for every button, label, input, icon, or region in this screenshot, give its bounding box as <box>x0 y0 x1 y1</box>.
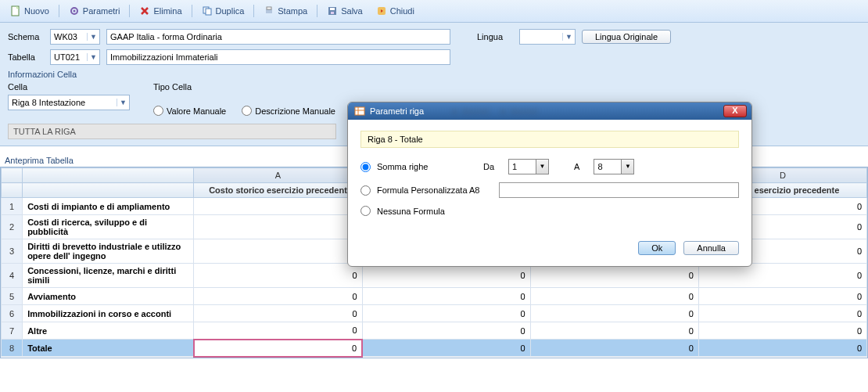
cell[interactable]: 0 <box>362 264 530 288</box>
a-combo[interactable]: ▼ <box>594 159 634 174</box>
row-label[interactable]: Diritti di brevetto industriale e utiliz… <box>23 239 194 264</box>
table-icon <box>354 106 365 117</box>
col-header: Costo storico esercizio precedent <box>194 183 362 198</box>
schema-desc-field[interactable] <box>106 29 450 45</box>
somma-righe-radio[interactable] <box>360 162 371 172</box>
duplicate-icon <box>202 5 213 16</box>
row-label[interactable]: Avviamento <box>23 288 194 305</box>
print-icon <box>264 5 274 16</box>
chevron-down-icon: ▼ <box>621 160 633 174</box>
svg-point-2 <box>73 10 75 13</box>
svg-rect-4 <box>206 9 211 15</box>
save-button[interactable]: Salva <box>321 3 368 19</box>
valore-manuale-radio[interactable]: Valore Manuale <box>153 106 226 116</box>
da-combo[interactable]: ▼ <box>508 159 549 174</box>
cell[interactable]: 0 <box>698 264 866 288</box>
svg-rect-9 <box>331 12 334 14</box>
row-label[interactable]: Costi di impianto e di ampliamento <box>23 198 194 215</box>
cell[interactable]: 0 <box>194 340 362 357</box>
cell[interactable] <box>194 239 362 264</box>
new-icon <box>10 5 21 16</box>
row-label[interactable]: Concessioni, licenze, marchi e diritti s… <box>23 264 194 288</box>
print-button[interactable]: Stampa <box>258 3 313 19</box>
row-number[interactable]: 1 <box>2 198 23 215</box>
cella-combo[interactable]: ▼ <box>8 95 130 110</box>
close-button[interactable]: Chiudi <box>371 3 420 19</box>
row-label[interactable]: Immobilizzazioni in corso e acconti <box>23 305 194 322</box>
cella-label: Cella <box>8 82 130 92</box>
row-number[interactable]: 7 <box>2 322 23 340</box>
svg-rect-5 <box>266 9 272 13</box>
chevron-down-icon: ▼ <box>87 33 99 41</box>
row-label[interactable]: Costi di ricerca, sviluppo e di pubblici… <box>23 215 194 239</box>
cell[interactable]: 0 <box>698 288 866 305</box>
dialog-titlebar[interactable]: Parametri riga ● blurred ● blurred X <box>348 102 751 120</box>
ok-button[interactable]: Ok <box>638 241 676 255</box>
cell[interactable]: 0 <box>698 340 866 357</box>
nessuna-formula-radio[interactable] <box>360 206 371 216</box>
lingua-combo[interactable]: ▼ <box>519 29 576 45</box>
chevron-down-icon: ▼ <box>536 160 548 174</box>
params-button[interactable]: Parametri <box>63 3 126 19</box>
row-number[interactable]: 8 <box>2 340 23 357</box>
tabella-desc-field[interactable] <box>106 49 450 65</box>
cell[interactable]: 0 <box>530 305 698 322</box>
row-label[interactable]: Totale <box>23 340 194 357</box>
cell[interactable]: 0 <box>194 264 362 288</box>
cell[interactable]: 0 <box>362 288 530 305</box>
formula-radio[interactable] <box>360 185 371 196</box>
cell[interactable] <box>194 198 362 215</box>
tutta-riga-field: TUTTA LA RIGA <box>8 124 336 139</box>
chevron-down-icon: ▼ <box>117 99 129 106</box>
schema-label: Schema <box>8 32 44 41</box>
svg-rect-6 <box>267 7 271 9</box>
formula-field[interactable] <box>499 182 739 198</box>
lingua-label: Lingua <box>477 32 513 41</box>
chevron-down-icon: ▼ <box>562 33 575 41</box>
col-letter[interactable]: A <box>194 168 362 183</box>
svg-rect-11 <box>355 107 364 115</box>
cell[interactable]: 0 <box>362 322 530 340</box>
toolbar: Nuovo Parametri Elimina Duplica Stampa S… <box>0 0 868 23</box>
cell[interactable]: 0 <box>698 305 866 322</box>
dialog-title: Parametri riga <box>370 106 424 116</box>
tipo-cella-label: Tipo Cella <box>153 82 335 92</box>
cell[interactable]: 0 <box>362 305 530 322</box>
annulla-button[interactable]: Annulla <box>683 241 739 255</box>
save-icon <box>327 5 338 16</box>
row-number[interactable]: 3 <box>2 239 23 264</box>
delete-icon <box>139 5 150 16</box>
cell[interactable]: 0 <box>194 288 362 305</box>
cell[interactable]: 0 <box>194 322 362 340</box>
row-label[interactable]: Altre <box>23 322 194 340</box>
row-number[interactable]: 5 <box>2 288 23 305</box>
svg-rect-8 <box>330 8 335 10</box>
cell[interactable]: 0 <box>194 305 362 322</box>
row-number[interactable]: 6 <box>2 305 23 322</box>
cell[interactable]: 0 <box>530 288 698 305</box>
cell[interactable]: 0 <box>530 322 698 340</box>
schema-code-combo[interactable]: ▼ <box>50 29 100 45</box>
gear-icon <box>69 5 80 16</box>
descrizione-manuale-radio[interactable]: Descrizione Manuale <box>242 106 335 116</box>
close-icon <box>376 5 387 16</box>
tabella-label: Tabella <box>8 52 44 62</box>
cell[interactable] <box>194 215 362 239</box>
lingua-originale-button[interactable]: Lingua Originale <box>582 30 671 44</box>
duplicate-button[interactable]: Duplica <box>196 3 250 19</box>
parametri-riga-dialog: Parametri riga ● blurred ● blurred X Rig… <box>347 102 752 267</box>
row-number[interactable]: 2 <box>2 215 23 239</box>
dialog-close-button[interactable]: X <box>723 105 747 117</box>
row-number[interactable]: 4 <box>2 264 23 288</box>
cell[interactable]: 0 <box>362 340 530 357</box>
cell[interactable]: 0 <box>698 322 866 340</box>
new-button[interactable]: Nuovo <box>5 3 55 19</box>
info-cella-label: Informazioni Cella <box>8 70 860 79</box>
cell[interactable]: 0 <box>530 340 698 357</box>
chevron-down-icon: ▼ <box>87 53 99 61</box>
row-name-field: Riga 8 - Totale <box>360 131 739 148</box>
delete-button[interactable]: Elimina <box>134 3 187 19</box>
cell[interactable]: 0 <box>530 264 698 288</box>
tabella-code-combo[interactable]: ▼ <box>50 49 100 65</box>
